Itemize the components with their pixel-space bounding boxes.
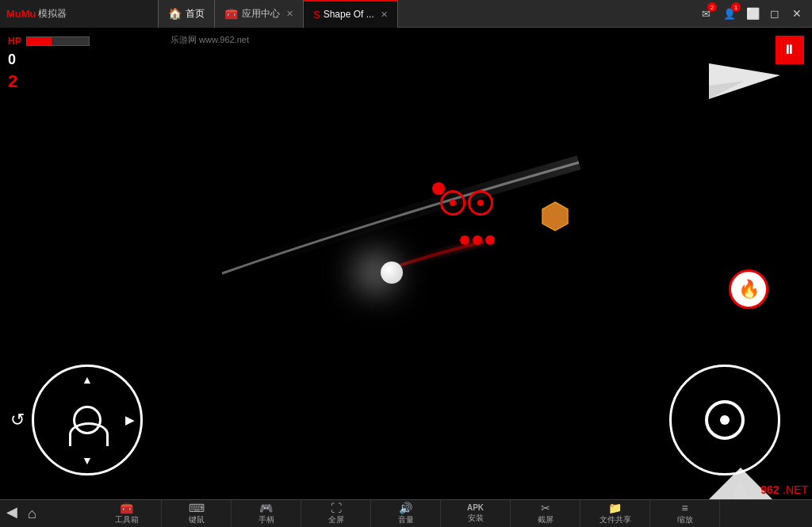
ball: [381, 262, 403, 284]
sword-trail: [198, 147, 595, 321]
watermark: 962 .NET: [760, 483, 808, 497]
tab-game-label: Shape Of ...: [324, 9, 374, 20]
hex-svg: [539, 200, 571, 232]
logo-sub: 模拟器: [38, 7, 67, 21]
svg-marker-0: [709, 63, 780, 99]
game-area: HP 0 2 ⏸: [0, 28, 812, 499]
enemy-dot-2: [473, 235, 482, 245]
maximize-btn[interactable]: ◻: [766, 5, 783, 22]
joystick-down: ▼: [82, 454, 93, 467]
tab-home-label: 首页: [186, 7, 205, 21]
tab-game[interactable]: S Shape Of ... ✕: [304, 0, 398, 28]
enemy-circle-1: [432, 182, 445, 195]
enemy-ring-1: [440, 190, 465, 216]
keyboard-label: 键鼠: [189, 514, 205, 525]
install-icon: APK: [467, 504, 484, 512]
toolbar-fullscreen[interactable]: ⛶ 全屏: [301, 500, 371, 528]
game-tab-icon: S: [313, 9, 320, 21]
fileshare-label: 文件共享: [599, 514, 631, 525]
joystick-center: [73, 406, 102, 434]
toolbar-volume[interactable]: 🔊 音量: [371, 500, 441, 528]
right-joystick-inner: [705, 400, 745, 440]
close-btn[interactable]: ✕: [788, 5, 806, 22]
right-joystick[interactable]: [669, 365, 780, 475]
hp-bar-container: HP: [8, 36, 90, 47]
tab-apps[interactable]: 🧰 应用中心 ✕: [215, 0, 304, 28]
toolbar-keyboard[interactable]: ⌨ 键鼠: [162, 500, 232, 528]
topbar: MuMu 模拟器 🏠 首页 🧰 应用中心 ✕ S Shape Of ... ✕ …: [0, 0, 812, 28]
toolbox-icon: 🧰: [120, 502, 133, 514]
enemy-dot-1: [460, 235, 469, 245]
hp-label: HP: [8, 36, 21, 47]
keyboard-icon: ⌨: [189, 502, 205, 514]
home-icon: 🏠: [168, 7, 182, 20]
joystick-reset-icon[interactable]: ↺: [10, 410, 25, 430]
joystick-outer: ▲ ▼ ▶ ↺: [32, 365, 143, 475]
back-button[interactable]: ◀: [6, 503, 17, 521]
apps-icon: 🧰: [224, 7, 238, 20]
pause-icon: ⏸: [783, 43, 797, 57]
tab-area: 🏠 首页 🧰 应用中心 ✕ S Shape Of ... ✕: [159, 0, 690, 28]
volume-label: 音量: [398, 514, 414, 525]
left-joystick[interactable]: ▲ ▼ ▶ ↺: [32, 365, 143, 475]
tab-apps-close[interactable]: ✕: [286, 9, 293, 19]
joystick-inner-arc: [69, 422, 109, 446]
hp-fill: [27, 37, 52, 45]
tab-home[interactable]: 🏠 首页: [159, 0, 215, 28]
score-display: 0: [8, 52, 16, 68]
right-joystick-dot: [720, 415, 730, 425]
level-display: 2: [8, 71, 17, 92]
mail-badge: 2: [707, 2, 717, 12]
zoom-icon: ≡: [681, 502, 688, 514]
bottom-toolbar: 🧰 工具箱 ⌨ 键鼠 🎮 手柄 ⛶ 全屏 🔊 音量 APK 安装 ✂ 截屏 📁 …: [0, 499, 812, 527]
install-label: 安装: [468, 513, 484, 524]
right-joystick-outer: [669, 365, 780, 475]
topbar-right: ✉ 2 👤 1 ⬜ ◻ ✕: [690, 4, 812, 23]
plane-svg: [709, 63, 780, 99]
toolbox-label: 工具箱: [115, 514, 139, 525]
gamepad-icon: 🎮: [259, 502, 273, 514]
fileshare-icon: 📁: [608, 502, 622, 514]
watermark-net: .NET: [783, 483, 808, 496]
tab-apps-label: 应用中心: [242, 7, 280, 21]
volume-icon: 🔊: [399, 502, 412, 514]
toolbar-install[interactable]: APK 安装: [441, 500, 511, 528]
pause-button[interactable]: ⏸: [776, 36, 804, 64]
svg-marker-2: [542, 202, 568, 231]
zoom-label: 缩放: [677, 514, 693, 525]
enemy-dot-3: [485, 235, 495, 245]
logo-area: MuMu 模拟器: [0, 0, 159, 28]
joystick-up: ▲: [82, 373, 93, 386]
toolbar-fileshare[interactable]: 📁 文件共享: [580, 500, 650, 528]
joystick-right: ▶: [125, 414, 134, 426]
mail-btn[interactable]: ✉ 2: [696, 4, 715, 23]
fire-powerup[interactable]: 🔥: [729, 269, 768, 309]
screenshot-icon: ✂: [541, 502, 550, 514]
user-btn[interactable]: 👤 1: [720, 4, 739, 23]
fullscreen-label: 全屏: [328, 514, 344, 525]
toolbar-gamepad[interactable]: 🎮 手柄: [232, 500, 301, 528]
logo-text: MuMu: [6, 8, 36, 20]
fire-icon: 🔥: [738, 279, 760, 300]
toolbar-zoom[interactable]: ≡ 缩放: [650, 500, 720, 528]
user-badge: 1: [731, 2, 741, 12]
gamepad-label: 手柄: [259, 514, 274, 525]
toolbar-screenshot[interactable]: ✂ 截屏: [511, 500, 580, 528]
fullscreen-icon: ⛶: [331, 502, 342, 514]
tab-game-close[interactable]: ✕: [381, 10, 388, 20]
toolbar-toolbox[interactable]: 🧰 工具箱: [92, 500, 162, 528]
watermark-962: 962: [760, 483, 779, 496]
hp-bar: [26, 36, 90, 46]
hex-enemy: [539, 200, 571, 235]
enemy-ring-2: [468, 190, 493, 216]
screenshot-label: 截屏: [538, 514, 553, 525]
leyou-logo: 乐游网 www.962.net: [170, 34, 249, 46]
minimize-btn[interactable]: ⬜: [744, 5, 761, 22]
home-button[interactable]: ⌂: [28, 506, 36, 522]
